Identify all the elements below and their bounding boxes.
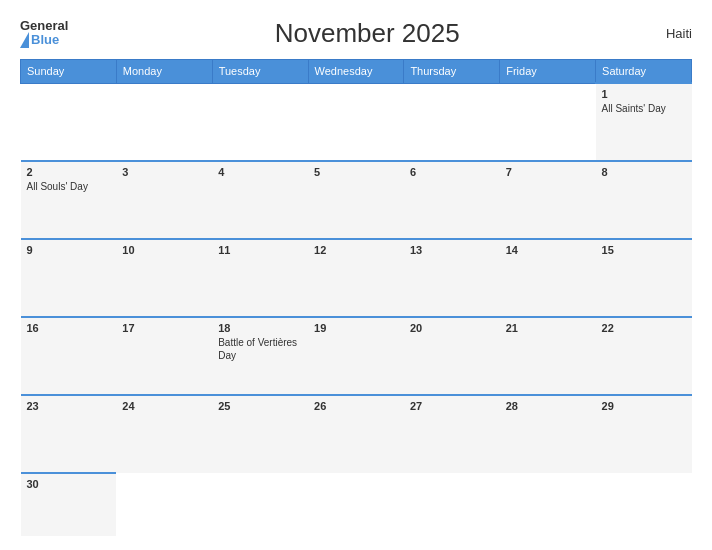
calendar-cell: 7 <box>500 161 596 239</box>
top-bar: General Blue November 2025 Haiti <box>20 18 692 49</box>
day-number: 14 <box>506 244 590 256</box>
day-number: 6 <box>410 166 494 178</box>
day-number: 2 <box>27 166 111 178</box>
calendar-cell: 1All Saints' Day <box>596 83 692 161</box>
header-tuesday: Tuesday <box>212 60 308 84</box>
day-number: 8 <box>602 166 686 178</box>
calendar-cell <box>404 83 500 161</box>
calendar-week-row: 23242526272829 <box>21 395 692 473</box>
calendar-week-row: 30 <box>21 473 692 536</box>
calendar-week-row: 1All Saints' Day <box>21 83 692 161</box>
day-number: 4 <box>218 166 302 178</box>
calendar-cell: 23 <box>21 395 117 473</box>
day-number: 25 <box>218 400 302 412</box>
calendar-cell: 24 <box>116 395 212 473</box>
calendar-cell: 30 <box>21 473 117 536</box>
header-monday: Monday <box>116 60 212 84</box>
calendar-table: SundayMondayTuesdayWednesdayThursdayFrid… <box>20 59 692 536</box>
day-number: 19 <box>314 322 398 334</box>
calendar-cell: 13 <box>404 239 500 317</box>
event-text: Battle of Vertières Day <box>218 337 297 361</box>
calendar-cell: 26 <box>308 395 404 473</box>
header-sunday: Sunday <box>21 60 117 84</box>
calendar-cell <box>116 473 212 536</box>
day-number: 23 <box>27 400 111 412</box>
calendar-cell <box>212 473 308 536</box>
calendar-cell: 15 <box>596 239 692 317</box>
day-number: 27 <box>410 400 494 412</box>
calendar-cell: 8 <box>596 161 692 239</box>
header-saturday: Saturday <box>596 60 692 84</box>
calendar-cell <box>500 83 596 161</box>
logo-general-text: General <box>20 19 68 32</box>
calendar-cell <box>21 83 117 161</box>
event-text: All Saints' Day <box>602 103 666 114</box>
logo-triangle-icon <box>20 32 29 48</box>
calendar-cell: 19 <box>308 317 404 395</box>
event-text: All Souls' Day <box>27 181 88 192</box>
day-number: 21 <box>506 322 590 334</box>
day-number: 9 <box>27 244 111 256</box>
calendar-cell: 28 <box>500 395 596 473</box>
day-number: 18 <box>218 322 302 334</box>
day-number: 11 <box>218 244 302 256</box>
calendar-cell: 14 <box>500 239 596 317</box>
calendar-cell: 9 <box>21 239 117 317</box>
day-number: 26 <box>314 400 398 412</box>
day-number: 13 <box>410 244 494 256</box>
day-number: 20 <box>410 322 494 334</box>
day-number: 22 <box>602 322 686 334</box>
logo: General Blue <box>20 19 68 48</box>
calendar-cell: 5 <box>308 161 404 239</box>
calendar-cell: 6 <box>404 161 500 239</box>
day-number: 15 <box>602 244 686 256</box>
logo-blue-box: Blue <box>20 32 68 48</box>
calendar-cell: 22 <box>596 317 692 395</box>
day-number: 29 <box>602 400 686 412</box>
calendar-cell: 29 <box>596 395 692 473</box>
calendar-cell: 3 <box>116 161 212 239</box>
calendar-cell <box>308 473 404 536</box>
calendar-cell <box>308 83 404 161</box>
day-number: 28 <box>506 400 590 412</box>
day-number: 30 <box>27 478 111 490</box>
day-number: 3 <box>122 166 206 178</box>
calendar-cell <box>212 83 308 161</box>
calendar-title: November 2025 <box>68 18 666 49</box>
calendar-cell <box>596 473 692 536</box>
calendar-cell <box>500 473 596 536</box>
day-number: 7 <box>506 166 590 178</box>
calendar-cell <box>116 83 212 161</box>
calendar-cell <box>404 473 500 536</box>
calendar-cell: 2All Souls' Day <box>21 161 117 239</box>
calendar-cell: 17 <box>116 317 212 395</box>
day-number: 1 <box>602 88 686 100</box>
calendar-cell: 18Battle of Vertières Day <box>212 317 308 395</box>
calendar-cell: 4 <box>212 161 308 239</box>
calendar-cell: 11 <box>212 239 308 317</box>
day-number: 17 <box>122 322 206 334</box>
calendar-cell: 12 <box>308 239 404 317</box>
calendar-cell: 16 <box>21 317 117 395</box>
calendar-cell: 20 <box>404 317 500 395</box>
calendar-header-row: SundayMondayTuesdayWednesdayThursdayFrid… <box>21 60 692 84</box>
day-number: 24 <box>122 400 206 412</box>
calendar-week-row: 9101112131415 <box>21 239 692 317</box>
day-number: 16 <box>27 322 111 334</box>
calendar-week-row: 161718Battle of Vertières Day19202122 <box>21 317 692 395</box>
day-number: 5 <box>314 166 398 178</box>
calendar-cell: 21 <box>500 317 596 395</box>
country-name: Haiti <box>666 26 692 41</box>
day-number: 10 <box>122 244 206 256</box>
header-thursday: Thursday <box>404 60 500 84</box>
header-friday: Friday <box>500 60 596 84</box>
logo-blue-text: Blue <box>31 33 59 47</box>
calendar-cell: 25 <box>212 395 308 473</box>
calendar-cell: 27 <box>404 395 500 473</box>
header-wednesday: Wednesday <box>308 60 404 84</box>
day-number: 12 <box>314 244 398 256</box>
calendar-week-row: 2All Souls' Day345678 <box>21 161 692 239</box>
calendar-cell: 10 <box>116 239 212 317</box>
